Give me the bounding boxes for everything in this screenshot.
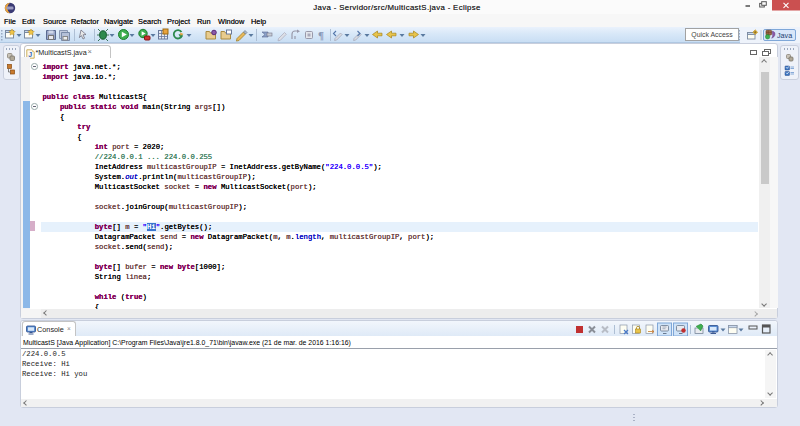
svg-text:¶: ¶ [318,29,324,41]
